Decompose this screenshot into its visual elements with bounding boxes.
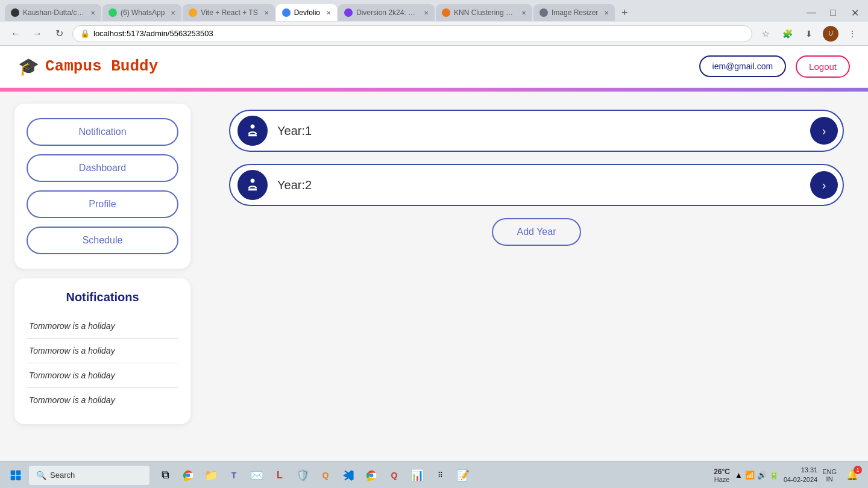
start-button[interactable] [5,465,27,486]
taskbar-icon-m[interactable]: 🛡️ [292,465,313,486]
sidebar-item-schedule[interactable]: Schedule [27,227,178,254]
taskbar-lang: ENG IN [822,468,837,483]
tab-close-btn[interactable]: ✕ [171,10,175,16]
tab-title: Diversion 2k24: Das... [356,8,418,17]
back-button[interactable]: ← [7,25,24,42]
address-bar[interactable]: 🔒 localhost:5173/admin/5563253503 [72,25,752,42]
taskbar-ppt-icon[interactable]: 📊 [406,465,428,486]
github-favicon [11,8,19,17]
taskbar-clock: 13:31 04-02-2024 [784,466,817,484]
notification-badge: 1 [854,466,862,474]
taskbar-files-icon[interactable]: 📁 [200,465,222,486]
whatsapp-favicon [108,8,117,17]
taskbar-icon-q[interactable]: Q [315,465,336,486]
top-navbar: 🎓 Campus Buddy iem@gmail.com Logout [0,46,868,88]
windows-logo-icon [10,469,22,481]
year-2-arrow-button[interactable]: › [810,171,838,199]
weather-temp: 26°C [714,468,730,476]
menu-btn[interactable]: ⋮ [844,25,861,42]
tab-close-btn[interactable]: ✕ [604,10,609,16]
sidebar-item-notification[interactable]: Notification [27,118,178,146]
nav-buttons: Notification Dashboard Profile Schedule [27,118,178,254]
battery-icon: 🔋 [769,471,779,480]
weather-info: 26°C Haze [714,468,730,483]
browser-tab-vite[interactable]: Vite + React + TS ✕ [183,4,274,21]
vscode-icon [343,470,354,481]
tab-close-btn[interactable]: ✕ [90,10,95,16]
browser-tab-devfolio[interactable]: Devfolio ✕ [276,4,337,21]
svg-point-5 [186,473,190,477]
volume-icon[interactable]: 🔊 [757,471,767,480]
taskbar-icon-l[interactable]: L [269,465,291,486]
taskbar-search-text: Search [50,471,75,480]
chrome-2-icon [365,469,377,481]
notifications-title: Notifications [27,290,178,304]
year-1-icon [237,116,268,146]
knn-favicon [442,8,450,17]
address-input[interactable]: localhost:5173/admin/5563253503 [93,29,744,38]
bookmark-btn[interactable]: ☆ [757,25,774,42]
taskbar-icon-dots[interactable]: ⠿ [429,465,451,486]
taskbar-vscode-icon[interactable] [338,465,359,486]
extensions-btn[interactable]: 🧩 [779,25,796,42]
taskbar-chrome-2-icon[interactable] [360,465,382,486]
year-1-arrow-button[interactable]: › [810,117,838,145]
logo-text: Campus Buddy [45,57,158,75]
browser-tab-resizer[interactable]: Image Resizer ✕ [533,4,615,21]
notification-item-3: Tommorow is a holiday [27,363,178,388]
browser-tab-knn[interactable]: KNN Clustering of F... ✕ [436,4,532,21]
taskbar-search-bar[interactable]: 🔍 Search [29,466,149,485]
browser-tab-github[interactable]: Kaushan-Dutta/cam... ✕ [5,4,101,21]
taskbar-teams-icon[interactable]: T [223,465,245,486]
tab-title: Vite + React + TS [201,8,257,17]
network-icon: 📶 [745,471,755,480]
tab-close-btn[interactable]: ✕ [424,10,429,16]
tab-close-btn[interactable]: ✕ [264,10,269,16]
svg-rect-0 [11,470,16,475]
taskbar-chrome-icon[interactable] [177,465,199,486]
taskbar-date-text: 04-02-2024 [784,475,817,484]
tab-title: (6) WhatsApp [121,8,165,17]
svg-rect-1 [16,470,21,475]
diversion-favicon [344,8,353,17]
download-btn[interactable]: ⬇ [800,25,817,42]
taskbar-icon-1[interactable]: ⧉ [154,465,176,486]
tab-close-btn[interactable]: ✕ [521,10,526,16]
notification-center-btn[interactable]: 🔔 1 [841,465,863,486]
sidebar-item-profile[interactable]: Profile [27,190,178,218]
logout-button[interactable]: Logout [796,55,850,78]
profile-btn[interactable]: U [822,25,839,42]
reload-button[interactable]: ↻ [51,25,68,42]
browser-nav-bar: ← → ↻ 🔒 localhost:5173/admin/5563253503 … [0,22,868,46]
devfolio-favicon [282,8,291,17]
forward-button[interactable]: → [29,25,46,42]
taskbar-sys-icons: ▲ 📶 🔊 🔋 [735,471,779,480]
add-year-button[interactable]: Add Year [492,218,582,246]
tab-title: Kaushan-Dutta/cam... [23,8,84,17]
tab-title: Devfolio [294,8,320,17]
svg-rect-3 [16,475,21,480]
maximize-window-btn[interactable]: □ [825,4,841,21]
close-window-btn[interactable]: ✕ [846,4,863,21]
new-tab-button[interactable]: + [616,4,633,21]
year-2-left: Year:2 [237,170,312,200]
sidebar-item-dashboard[interactable]: Dashboard [27,154,178,182]
taskbar-icon-red-q[interactable]: Q [383,465,405,486]
taskbar-app-icons: ⧉ 📁 T ✉️ L 🛡️ Q [154,465,474,486]
sidebar-nav-card: Notification Dashboard Profile Schedule [14,104,190,269]
email-button[interactable]: iem@gmail.com [699,55,787,77]
year-1-card: Year:1 › [229,110,844,152]
svg-rect-2 [11,475,16,480]
taskbar-mail-icon[interactable]: ✉️ [246,465,268,486]
student-icon-2 [244,177,261,193]
year-1-left: Year:1 [237,116,312,146]
tab-close-btn[interactable]: ✕ [326,10,331,16]
minimize-window-btn[interactable]: — [803,4,820,21]
browser-tab-diversion[interactable]: Diversion 2k24: Das... ✕ [338,4,435,21]
taskbar-icon-notepad[interactable]: 📝 [452,465,474,486]
year-2-card: Year:2 › [229,164,844,206]
student-icon [244,122,261,139]
resizer-favicon [539,8,548,17]
show-hidden-icons-btn[interactable]: ▲ [735,471,743,480]
browser-tab-whatsapp[interactable]: (6) WhatsApp ✕ [102,4,181,21]
